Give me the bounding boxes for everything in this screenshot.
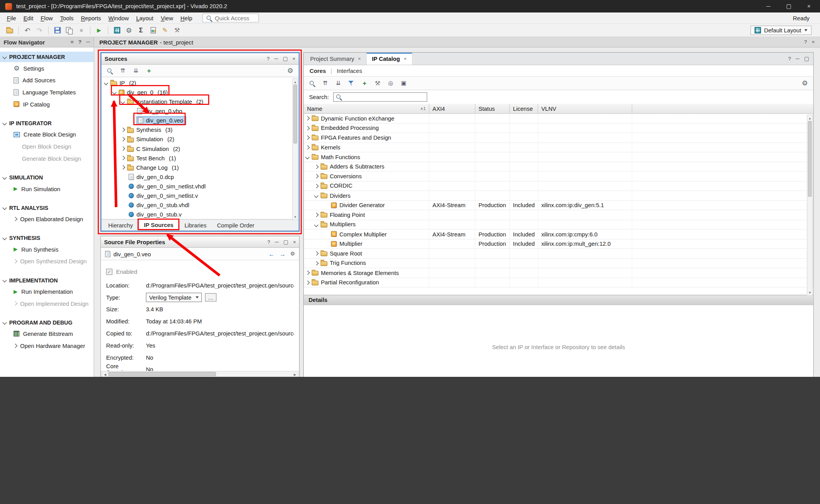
- menu-window[interactable]: Window: [105, 13, 132, 23]
- tree-item-div-gen-0[interactable]: div_gen_0 (16): [102, 88, 299, 97]
- nav-item-open-elaborated-design[interactable]: Open Elaborated Design: [0, 213, 94, 225]
- help-icon[interactable]: ?: [804, 39, 807, 44]
- redo-button[interactable]: ↷: [34, 25, 45, 35]
- tree-item-synthesis[interactable]: Synthesis (3): [102, 125, 299, 135]
- menu-file[interactable]: File: [3, 13, 20, 23]
- minimize-icon[interactable]: ─: [86, 39, 90, 44]
- nav-item-ip-catalog[interactable]: IP Catalog: [0, 98, 94, 110]
- maximize-button[interactable]: ▢: [786, 3, 791, 9]
- window-help-icon[interactable]: ?: [267, 56, 269, 61]
- window-help-icon[interactable]: ?: [267, 239, 270, 244]
- target-button[interactable]: ◎: [387, 79, 394, 87]
- scrollbar-thumb[interactable]: [108, 372, 216, 376]
- nav-section-header-simulation[interactable]: SIMULATION: [0, 172, 94, 183]
- menu-reports[interactable]: Reports: [77, 13, 105, 23]
- tree-item-ip[interactable]: IP (2): [102, 78, 299, 88]
- quick-access-search[interactable]: Quick Access: [202, 14, 259, 23]
- catalog-row-memories-storage-elements[interactable]: Memories & Storage Elements: [304, 268, 813, 278]
- tree-item-div-gen-0-dcp[interactable]: div_gen_0.dcp: [102, 172, 299, 181]
- window-minimize-icon[interactable]: ─: [275, 239, 279, 244]
- column-header-name[interactable]: Name∧1: [304, 104, 429, 113]
- nav-item-open-implemented-design[interactable]: Open Implemented Design: [0, 297, 94, 309]
- column-header-status[interactable]: Status: [475, 104, 510, 113]
- expand-all-button[interactable]: ⇊: [132, 67, 140, 75]
- window-float-icon[interactable]: ▢: [283, 239, 288, 244]
- add-button[interactable]: +: [361, 79, 368, 87]
- close-button[interactable]: ×: [807, 3, 811, 9]
- expand-all-button[interactable]: ⇊: [335, 79, 342, 87]
- catalog-row-trig-functions[interactable]: Trig Functions: [304, 259, 813, 268]
- tree-item-change-log[interactable]: Change Log (1): [102, 163, 299, 172]
- tab-ip-catalog[interactable]: IP Catalog×: [367, 53, 412, 65]
- nav-item-open-synthesized-design[interactable]: Open Synthesized Design: [0, 255, 94, 267]
- nav-item-open-block-design[interactable]: Open Block Design: [0, 140, 94, 153]
- catalog-row-dynamic-function-exchange[interactable]: Dynamic Function eXchange: [304, 114, 813, 124]
- window-float-icon[interactable]: ▢: [283, 56, 288, 61]
- column-header-license[interactable]: License: [510, 104, 538, 113]
- sources-vertical-scrollbar[interactable]: ▲ ▼: [292, 78, 298, 220]
- catalog-row-kernels[interactable]: Kernels: [304, 143, 813, 153]
- collapse-all-button[interactable]: ⇈: [322, 79, 329, 87]
- scrollbar-thumb[interactable]: [293, 85, 297, 144]
- scroll-right-icon[interactable]: ▶: [292, 371, 298, 376]
- scroll-up-icon[interactable]: ▲: [293, 79, 298, 85]
- steps-button[interactable]: [111, 25, 122, 35]
- nav-item-settings[interactable]: ⚙Settings: [0, 62, 94, 74]
- more-button[interactable]: …: [205, 293, 216, 301]
- catalog-row-cordic[interactable]: CORDIC: [304, 181, 813, 191]
- tools-button[interactable]: ⚒: [171, 25, 182, 35]
- details-view-button[interactable]: ▣: [400, 79, 408, 87]
- tab-ip-sources[interactable]: IP Sources: [139, 220, 179, 231]
- tree-item-test-bench[interactable]: Test Bench (1): [102, 153, 299, 163]
- tree-item-div-gen-0-sim-netlist-vhdl[interactable]: div_gen_0_sim_netlist.vhdl: [102, 181, 299, 191]
- catalog-row-floating-point[interactable]: Floating Point: [304, 210, 813, 220]
- catalog-row-conversions[interactable]: Conversions: [304, 172, 813, 181]
- menu-view[interactable]: View: [157, 13, 176, 23]
- column-header-axi4[interactable]: AXI4: [430, 104, 476, 113]
- open-project-button[interactable]: [4, 25, 15, 35]
- settings-gear-icon[interactable]: ⚙: [290, 251, 295, 256]
- window-maximize-icon[interactable]: ▢: [804, 56, 809, 61]
- nav-item-generate-bitstream[interactable]: Generate Bitstream: [0, 328, 94, 340]
- close-icon[interactable]: ×: [812, 39, 815, 44]
- menu-help[interactable]: Help: [177, 13, 196, 23]
- forward-icon[interactable]: →: [279, 251, 285, 257]
- scroll-down-icon[interactable]: ▼: [808, 289, 812, 295]
- close-icon[interactable]: ×: [358, 56, 361, 62]
- nav-section-header-rtl-analysis[interactable]: RTL ANALYSIS: [0, 202, 94, 213]
- tree-item-div-gen-0-sim-netlist-v[interactable]: div_gen_0_sim_netlist.v: [102, 191, 299, 201]
- scroll-down-icon[interactable]: ▼: [293, 214, 298, 220]
- tools-button[interactable]: ⚒: [374, 79, 381, 87]
- nav-item-run-synthesis[interactable]: ▶Run Synthesis: [0, 243, 94, 255]
- undo-button[interactable]: ↶: [22, 25, 33, 35]
- settings-gear-button[interactable]: ⚙: [801, 79, 809, 87]
- report-button[interactable]: [148, 25, 159, 35]
- filter-button[interactable]: [348, 79, 355, 87]
- nav-section-header-program-and-debug[interactable]: PROGRAM AND DEBUG: [0, 317, 94, 328]
- catalog-row-multiplier[interactable]: MultiplierProductionIncludedxilinx.com:i…: [304, 239, 813, 249]
- nav-item-run-simulation[interactable]: ▶Run Simulation: [0, 183, 94, 195]
- tree-item-simulation[interactable]: Simulation (2): [102, 135, 299, 144]
- tab-compile-order[interactable]: Compile Order: [212, 220, 259, 231]
- menu-tools[interactable]: Tools: [57, 13, 77, 23]
- nav-item-open-hardware-manager[interactable]: Open Hardware Manager: [0, 340, 94, 352]
- selected-item[interactable]: div_gen_0.veo: [137, 117, 185, 124]
- sum-button[interactable]: Σ: [135, 25, 146, 35]
- tab-project-summary[interactable]: Project Summary×: [305, 53, 367, 65]
- add-button[interactable]: +: [145, 67, 153, 75]
- tree-item-div-gen-0-stub-vhdl[interactable]: div_gen_0_stub.vhdl: [102, 201, 299, 210]
- nav-item-generate-block-design[interactable]: Generate Block Design: [0, 153, 94, 165]
- catalog-row-divider-generator[interactable]: Divider GeneratorAXI4-StreamProductionIn…: [304, 201, 813, 210]
- nav-section-header-project-manager[interactable]: PROJECT MANAGER: [0, 51, 94, 62]
- catalog-row-math-functions[interactable]: Math Functions: [304, 153, 813, 162]
- close-icon[interactable]: ×: [404, 56, 407, 62]
- subtab-interfaces[interactable]: Interfaces: [337, 67, 362, 74]
- collapse-all-button[interactable]: ⇈: [119, 67, 127, 75]
- window-close-icon[interactable]: ×: [292, 56, 296, 61]
- catalog-row-dividers[interactable]: Dividers: [304, 191, 813, 201]
- nav-section-header-synthesis[interactable]: SYNTHESIS: [0, 233, 94, 243]
- settings-gear-button[interactable]: ⚙: [287, 67, 294, 75]
- nav-section-header-ip-integrator[interactable]: IP INTEGRATOR: [0, 118, 94, 128]
- enabled-checkbox[interactable]: ✓: [106, 269, 112, 275]
- search-button[interactable]: [308, 79, 316, 87]
